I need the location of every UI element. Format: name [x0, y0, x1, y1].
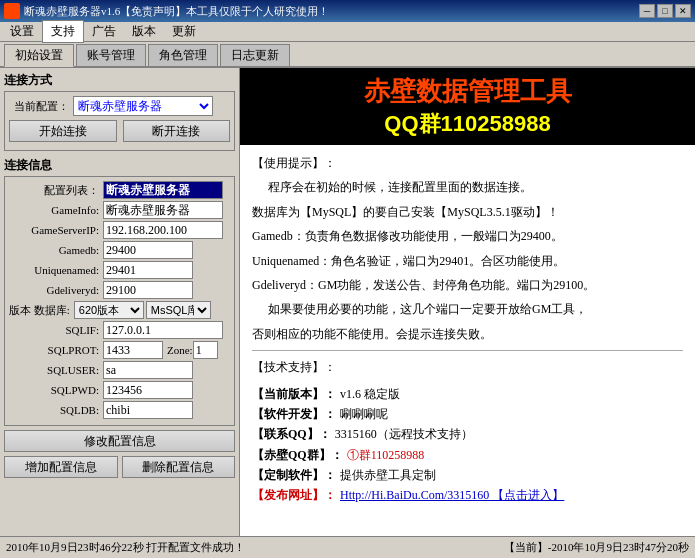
gamedb-input[interactable] — [103, 241, 193, 259]
zone-label: Zone: — [167, 344, 193, 356]
tab-initial-settings[interactable]: 初始设置 — [4, 44, 74, 67]
right-panel: 赤壁数据管理工具 QQ群110258988 【使用提示】： 程序会在初始的时候，… — [240, 68, 695, 536]
tech-label-4: 【定制软件】： — [252, 465, 336, 485]
sqluser-label: SQLUSER: — [9, 364, 99, 376]
delete-config-button[interactable]: 删除配置信息 — [122, 456, 236, 478]
connection-box: 当前配置： 断魂赤壁服务器 开始连接 断开连接 — [4, 91, 235, 151]
tech-label-1: 【软件开发】： — [252, 404, 336, 424]
sqlpwd-label: SQLPWD: — [9, 384, 99, 396]
tech-label-3: 【赤壁QQ群】： — [252, 445, 343, 465]
tech-value-1: 唰唰唰呢 — [340, 404, 388, 424]
tab-role-mgmt[interactable]: 角色管理 — [148, 44, 218, 66]
title-text: 断魂赤壁服务器v1.6【免责声明】本工具仅限于个人研究使用！ — [24, 4, 329, 19]
menu-item-support[interactable]: 支持 — [42, 20, 84, 43]
tech-row-5: 【发布网址】： Http://Hi.BaiDu.Com/3315160 【点击进… — [252, 485, 683, 505]
tech-row-2: 【联系QQ】： 3315160（远程技术支持） — [252, 424, 683, 444]
status-left: 2010年10月9日23时46分22秒 打开配置文件成功！ — [6, 540, 245, 555]
tech-value-2: 3315160（远程技术支持） — [335, 424, 473, 444]
add-delete-row: 增加配置信息 删除配置信息 — [4, 456, 235, 478]
tab-log-update[interactable]: 日志更新 — [220, 44, 290, 66]
content-line5: Gdeliveryd：GM功能，发送公告、封停角色功能。端口为29100。 — [252, 275, 683, 295]
sqlprot-input[interactable] — [103, 341, 163, 359]
sqlpwd-input[interactable] — [103, 381, 193, 399]
db-select[interactable]: MsSQL库 — [146, 301, 211, 319]
content-line3: Gamedb：负责角色数据修改功能使用，一般端口为29400。 — [252, 226, 683, 246]
action-buttons: 修改配置信息 增加配置信息 删除配置信息 — [4, 430, 235, 478]
tech-row-0: 【当前版本】： v1.6 稳定版 — [252, 384, 683, 404]
content-line7: 否则相应的功能不能使用。会提示连接失败。 — [252, 324, 683, 344]
uniquenamed-row: Uniquenamed: — [9, 261, 230, 279]
tech-value-0: v1.6 稳定版 — [340, 384, 400, 404]
left-panel: 连接方式 当前配置： 断魂赤壁服务器 开始连接 断开连接 连接信息 — [0, 68, 240, 536]
sqlprot-row: SQLPROT: Zone: — [9, 341, 230, 359]
gdeliveryd-input[interactable] — [103, 281, 193, 299]
current-config-label: 当前配置： — [9, 99, 69, 114]
tab-account-mgmt[interactable]: 账号管理 — [76, 44, 146, 66]
sqlpwd-row: SQLPWD: — [9, 381, 230, 399]
modify-config-button[interactable]: 修改配置信息 — [4, 430, 235, 452]
info-form: 配置列表： GameInfo: GameServerIP: Gamedb: — [4, 176, 235, 426]
config-list-input[interactable] — [103, 181, 223, 199]
disconnect-button[interactable]: 断开连接 — [123, 120, 231, 142]
tech-label-2: 【联系QQ】： — [252, 424, 331, 444]
sqluser-row: SQLUSER: — [9, 361, 230, 379]
version-db-label: 版本 数据库: — [9, 303, 70, 318]
tech-row-3: 【赤壁QQ群】： ①群110258988 — [252, 445, 683, 465]
right-header-qq: QQ群110258988 — [250, 109, 685, 139]
right-header: 赤壁数据管理工具 QQ群110258988 — [240, 68, 695, 145]
info-section-title: 连接信息 — [4, 157, 235, 174]
connection-section-title: 连接方式 — [4, 72, 235, 89]
tech-value-3: ①群110258988 — [347, 445, 425, 465]
menu-bar: 设置 支持 广告 版本 更新 — [0, 22, 695, 42]
menu-item-settings[interactable]: 设置 — [2, 21, 42, 42]
sqlif-label: SQLIF: — [9, 324, 99, 336]
version-select[interactable]: 620版本 — [74, 301, 144, 319]
maximize-button[interactable]: □ — [657, 4, 673, 18]
close-button[interactable]: ✕ — [675, 4, 691, 18]
tech-label-0: 【当前版本】： — [252, 384, 336, 404]
add-config-button[interactable]: 增加配置信息 — [4, 456, 118, 478]
sqluser-input[interactable] — [103, 361, 193, 379]
tech-label-5: 【发布网址】： — [252, 485, 336, 505]
gameinfo-input[interactable] — [103, 201, 223, 219]
sqlprot-label: SQLPROT: — [9, 344, 99, 356]
gdeliveryd-row: Gdeliveryd: — [9, 281, 230, 299]
connect-buttons: 开始连接 断开连接 — [9, 120, 230, 142]
title-bar-title: 断魂赤壁服务器v1.6【免责声明】本工具仅限于个人研究使用！ — [4, 3, 329, 19]
tech-row-1: 【软件开发】： 唰唰唰呢 — [252, 404, 683, 424]
version-db-row: 版本 数据库: 620版本 MsSQL库 — [9, 301, 230, 319]
uniquenamed-label: Uniquenamed: — [9, 264, 99, 276]
zone-input[interactable] — [193, 341, 218, 359]
right-content: 【使用提示】： 程序会在初始的时候，连接配置里面的数据连接。 数据库为【MySQ… — [240, 145, 695, 536]
content-line2: 数据库为【MySQL】的要自己安装【MySQL3.5.1驱动】！ — [252, 202, 683, 222]
gameserverip-input[interactable] — [103, 221, 223, 239]
minimize-button[interactable]: ─ — [639, 4, 655, 18]
menu-item-version[interactable]: 版本 — [124, 21, 164, 42]
config-list-label: 配置列表： — [9, 183, 99, 198]
tech-row-4: 【定制软件】： 提供赤壁工具定制 — [252, 465, 683, 485]
uniquenamed-input[interactable] — [103, 261, 193, 279]
sqldb-input[interactable] — [103, 401, 193, 419]
right-header-title: 赤壁数据管理工具 — [250, 74, 685, 109]
sqlif-input[interactable] — [103, 321, 223, 339]
content-line4: Uniquenamed：角色名验证，端口为29401。合区功能使用。 — [252, 251, 683, 271]
app-icon — [4, 3, 20, 19]
gameserverip-row: GameServerIP: — [9, 221, 230, 239]
menu-item-ad[interactable]: 广告 — [84, 21, 124, 42]
tab-bar: 初始设置 账号管理 角色管理 日志更新 — [0, 42, 695, 68]
gamedb-row: Gamedb: — [9, 241, 230, 259]
gdeliveryd-label: Gdeliveryd: — [9, 284, 99, 296]
start-connect-button[interactable]: 开始连接 — [9, 120, 117, 142]
title-bar: 断魂赤壁服务器v1.6【免责声明】本工具仅限于个人研究使用！ ─ □ ✕ — [0, 0, 695, 22]
config-dropdown[interactable]: 断魂赤壁服务器 — [73, 96, 213, 116]
menu-item-update[interactable]: 更新 — [164, 21, 204, 42]
tech-value-5[interactable]: Http://Hi.BaiDu.Com/3315160 【点击进入】 — [340, 485, 564, 505]
connection-section: 连接方式 当前配置： 断魂赤壁服务器 开始连接 断开连接 — [4, 72, 235, 151]
title-bar-controls: ─ □ ✕ — [639, 4, 691, 18]
config-list-row: 配置列表： — [9, 181, 230, 199]
status-bar: 2010年10月9日23时46分22秒 打开配置文件成功！ 【当前】-2010年… — [0, 536, 695, 558]
main-content: 连接方式 当前配置： 断魂赤壁服务器 开始连接 断开连接 连接信息 — [0, 68, 695, 536]
gameserverip-label: GameServerIP: — [9, 224, 99, 236]
tech-value-4: 提供赤壁工具定制 — [340, 465, 436, 485]
usage-title: 【使用提示】： — [252, 153, 683, 173]
